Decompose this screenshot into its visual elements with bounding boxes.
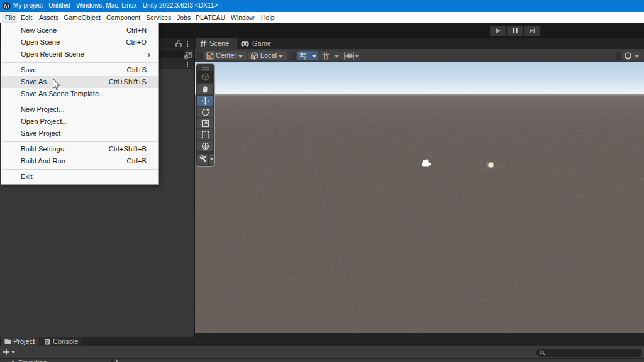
- svg-text:Y: Y: [303, 54, 306, 59]
